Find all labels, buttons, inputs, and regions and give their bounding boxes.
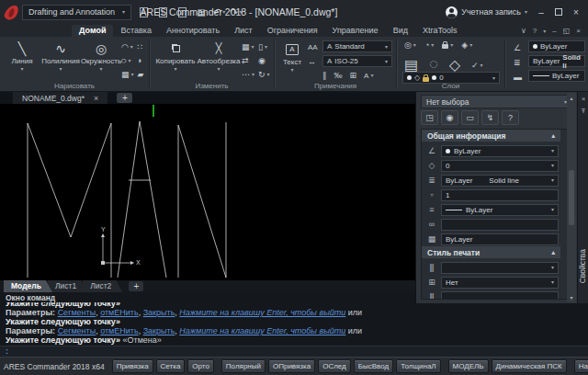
hatch-button[interactable]: ▦▾: [121, 70, 134, 79]
mirror-button[interactable]: ⇄: [242, 56, 254, 65]
property-field-printstyle-2[interactable]: [441, 291, 559, 301]
property-field-color[interactable]: ByLayer▾: [441, 145, 559, 157]
display-settings-button[interactable]: ▭: [461, 110, 479, 125]
pattern-button[interactable]: ▦▾: [242, 42, 254, 51]
doc-minimize-icon[interactable]: –: [552, 27, 556, 35]
new-document-button[interactable]: +: [136, 5, 151, 19]
command-option-link[interactable]: Нажмите на клавишу Enter, чтобы выйти: [179, 308, 345, 317]
status-toggle-БысВвод[interactable]: БысВвод: [354, 359, 393, 373]
sheet-tab-Лист2[interactable]: Лист2: [83, 280, 122, 292]
status-toggle-Полярный[interactable]: Полярный: [221, 359, 266, 373]
document-tab-close-icon[interactable]: ×: [94, 94, 98, 103]
command-option-link[interactable]: отмЕНить: [100, 308, 138, 317]
redo-button[interactable]: ↷▾: [230, 6, 242, 18]
status-toggle-Динамическая ПСК[interactable]: Динамическая ПСК: [492, 359, 567, 373]
text-find-button[interactable]: A▾: [364, 72, 373, 80]
layer-lock-button[interactable]: ▾: [442, 40, 453, 50]
collapse-section-icon[interactable]: ▴: [551, 250, 555, 256]
command-option-link[interactable]: Сегменты: [58, 326, 96, 335]
palette-scrollbar[interactable]: ▴ ▾: [567, 93, 576, 302]
account-menu[interactable]: Учетная запись ▾: [446, 6, 527, 18]
minimize-button[interactable]: –: [535, 7, 548, 17]
property-field-printstyle-table[interactable]: Нет▾: [441, 277, 559, 289]
text-style-button[interactable]: АА: [308, 43, 318, 51]
property-field-layer[interactable]: 0▾: [441, 160, 559, 172]
stretch-button[interactable]: ▯▾: [258, 42, 271, 51]
command-option-link[interactable]: Закрыть: [143, 308, 175, 317]
point-button[interactable]: ∷: [138, 42, 147, 51]
dim-style-dropdown[interactable]: A ISO-25 ▾: [322, 55, 392, 67]
ellipse-button[interactable]: ○▾: [121, 56, 134, 65]
properties-palette-tab[interactable]: Свойства: [578, 249, 588, 283]
command-option-link[interactable]: Нажмите на клавишу Enter, чтобы выйти: [179, 326, 345, 335]
line-button[interactable]: ╲ Линия ▾: [6, 40, 39, 72]
weld-button[interactable]: ◉: [258, 56, 271, 65]
status-toggle-ОПривязка[interactable]: ОПривязка: [268, 359, 315, 373]
palette-pin-icon[interactable]: Ŧ: [578, 107, 588, 115]
arc-button[interactable]: ◠▾: [121, 42, 134, 51]
annotation-scale-dropdown[interactable]: Надпись ▾: [574, 359, 588, 373]
ribbon-tab-XtraTools[interactable]: XtraTools: [415, 25, 465, 37]
property-field-linescale[interactable]: 1: [441, 189, 559, 201]
palette-section-header[interactable]: Общая информация▴: [422, 130, 560, 142]
close-button[interactable]: ×: [570, 7, 582, 17]
quick-select-button[interactable]: ↯: [481, 110, 499, 125]
collapse-ribbon-icon[interactable]: ∨: [521, 27, 526, 35]
array-button[interactable]: ⋯▾: [242, 70, 254, 79]
print-button[interactable]: ▤: [194, 5, 209, 19]
new-sheet-button[interactable]: +: [129, 281, 143, 291]
collapse-section-icon[interactable]: ▴: [551, 133, 555, 139]
ribbon-tab-Ограничения[interactable]: Ограничения: [260, 25, 325, 37]
ribbon-tab-Лист[interactable]: Лист: [227, 25, 260, 37]
command-option-link[interactable]: отмЕНить: [100, 326, 138, 335]
palette-close-icon[interactable]: ×: [578, 95, 588, 103]
status-toggle-Сетка[interactable]: Сетка: [156, 359, 186, 373]
dimension-button[interactable]: ↔: [308, 57, 316, 66]
new-document-tab-button[interactable]: +: [117, 93, 132, 103]
ribbon-tab-Аннотировать[interactable]: Аннотировать: [159, 25, 227, 37]
linetype-dropdown[interactable]: ByLayer Solid li: [528, 55, 585, 67]
status-toggle-ОСлед[interactable]: ОСлед: [318, 359, 351, 373]
layer-visibility-button[interactable]: ◎▾: [404, 40, 416, 50]
property-field-linestyle[interactable]: ByLayerSolid line▾: [441, 175, 559, 187]
help-button[interactable]: ?: [502, 110, 519, 125]
command-input[interactable]: :: [0, 346, 588, 357]
sheet-tab-Лист1[interactable]: Лист1: [48, 280, 87, 292]
circle-button[interactable]: ◎ Окружность ▾: [81, 40, 121, 72]
sheet-tab-Модель[interactable]: Модель: [4, 280, 52, 292]
select-elements-button[interactable]: ◳: [421, 110, 438, 125]
chevron-down-icon[interactable]: ▾: [543, 28, 546, 34]
lineweight-dropdown[interactable]: ByLayer: [528, 70, 585, 82]
layer-freeze-button[interactable]: ◔▾: [424, 40, 434, 50]
property-field-hyperlink[interactable]: [441, 219, 559, 231]
ribbon-tab-Управление[interactable]: Управление: [325, 25, 386, 37]
table-icon[interactable]: ⊞: [350, 71, 357, 80]
match-properties-button[interactable]: ◉: [441, 110, 458, 125]
doc-close-icon[interactable]: ×: [576, 27, 581, 35]
palette-section-header[interactable]: Стиль печати▴: [422, 246, 560, 258]
property-field-lineweight[interactable]: ByLayer▾: [441, 204, 559, 216]
layer-isolate-button[interactable]: ◈▾: [461, 40, 472, 50]
scroll-up-icon[interactable]: ▴: [570, 95, 572, 101]
text-button[interactable]: A Текст ▾: [278, 41, 306, 73]
save-document-button[interactable]: ↧: [175, 5, 189, 19]
property-field-plotstyle[interactable]: ByLayer: [441, 233, 559, 245]
undo-button[interactable]: ↶▾: [213, 6, 225, 18]
selection-filter-dropdown[interactable]: Нет выбора ▾: [421, 95, 572, 108]
leader-icon[interactable]: ‰: [334, 71, 343, 80]
rotate-button[interactable]: ↻▾: [258, 70, 271, 79]
status-toggle-Орто[interactable]: Орто: [187, 359, 214, 373]
text-style-dropdown[interactable]: A Standard ▾: [322, 40, 392, 52]
ribbon-tab-Вид[interactable]: Вид: [386, 25, 415, 37]
status-toggle-МОДЕЛЬ[interactable]: МОДЕЛЬ: [448, 359, 489, 373]
solid-button[interactable]: ◗: [138, 56, 147, 65]
scroll-down-icon[interactable]: ▾: [570, 294, 572, 301]
doc-restore-icon[interactable]: ◱: [563, 27, 571, 35]
drawing-canvas[interactable]: XY: [0, 104, 415, 280]
document-tab[interactable]: NONAME_0.dwg* ×: [13, 92, 107, 104]
ribbon-tab-Домой[interactable]: Домой: [72, 25, 113, 37]
region-button[interactable]: ▰: [138, 70, 147, 79]
ribbon-tab-Вставка[interactable]: Вставка: [113, 25, 158, 37]
workspace-dropdown[interactable]: Drafting and Annotation ▾: [22, 5, 131, 20]
help-icon[interactable]: ?: [533, 27, 537, 35]
